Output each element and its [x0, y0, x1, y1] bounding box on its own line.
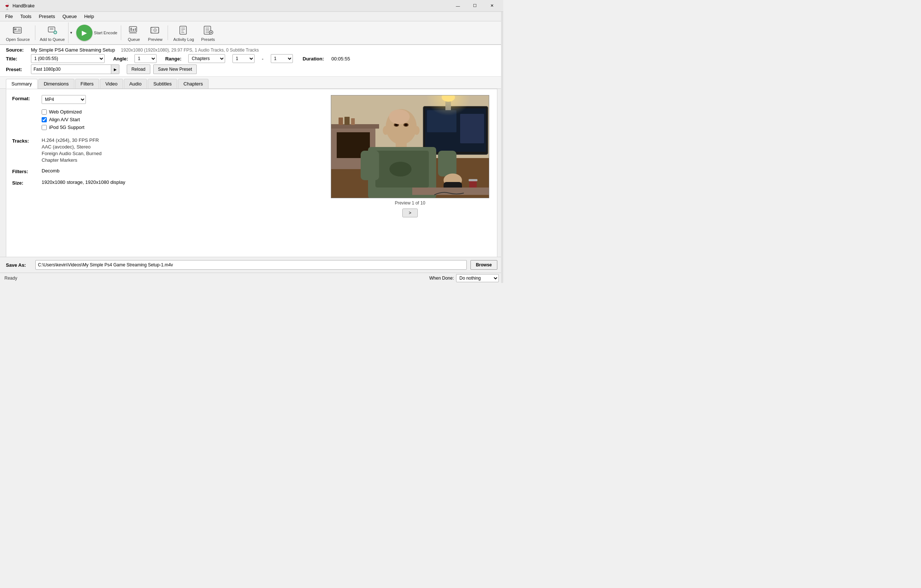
ipod-row: iPod 5G Support [42, 125, 323, 130]
align-av-checkbox[interactable] [42, 117, 47, 122]
web-optimized-label[interactable]: Web Optimized [49, 109, 82, 115]
presets-icon [202, 24, 214, 36]
tab-chapters[interactable]: Chapters [178, 79, 208, 88]
preview-caption: Preview 1 of 10 [395, 200, 425, 205]
maximize-button[interactable]: ☐ [466, 0, 483, 12]
preset-row: Preset: ▶ Reload Save New Preset [6, 65, 497, 74]
svg-rect-6 [13, 29, 15, 30]
browse-button[interactable]: Browse [470, 260, 497, 270]
preview-button[interactable]: Preview [145, 23, 165, 43]
ipod-checkbox[interactable] [42, 125, 47, 130]
add-to-queue-label: Add to Queue [40, 37, 65, 42]
open-source-button[interactable]: Open Source [3, 23, 33, 43]
statusbar: Ready When Done: Do nothing Shutdown Sus… [0, 273, 503, 283]
web-optimized-row: Web Optimized [42, 109, 323, 115]
range-from-select[interactable]: 1 [233, 54, 255, 63]
minimize-button[interactable]: — [449, 0, 466, 12]
svg-rect-62 [438, 151, 456, 176]
svg-rect-18 [135, 28, 136, 31]
tracks-label: Tracks: [12, 137, 42, 144]
preset-input-wrap: ▶ [31, 65, 119, 74]
svg-rect-27 [158, 31, 159, 31]
activity-log-button[interactable]: Activity Log [170, 23, 197, 43]
svg-rect-25 [158, 28, 159, 28]
options-spacer [12, 109, 42, 110]
add-to-queue-button[interactable]: Add to Queue ▼ [37, 23, 74, 43]
app-title: HandBrake [13, 3, 449, 8]
svg-rect-16 [130, 28, 132, 31]
tab-summary[interactable]: Summary [6, 79, 37, 89]
menu-tools[interactable]: Tools [16, 13, 35, 20]
when-done-select[interactable]: Do nothing Shutdown Suspend Hibernate Qu… [456, 274, 499, 282]
size-row: Size: 1920x1080 storage, 1920x1080 displ… [12, 179, 323, 186]
format-row: Format: MP4 MKV WebM [12, 95, 323, 104]
start-encode-button[interactable]: ▶ [76, 25, 93, 41]
title-select[interactable]: 1 (00:05:55) [31, 54, 105, 63]
preview-next-button[interactable]: > [402, 208, 417, 217]
svg-rect-80 [351, 118, 355, 125]
preset-input[interactable] [31, 67, 111, 72]
format-select[interactable]: MP4 MKV WebM [42, 95, 86, 104]
tab-dimensions[interactable]: Dimensions [38, 79, 75, 88]
duration-label: Duration: [303, 56, 329, 62]
scrollbar[interactable] [501, 12, 503, 283]
svg-rect-76 [469, 179, 477, 181]
range-to-select[interactable]: 1 [271, 54, 293, 63]
track-3: Foreign Audio Scan, Burned [42, 151, 323, 156]
menu-queue[interactable]: Queue [59, 13, 80, 20]
close-button[interactable]: ✕ [483, 0, 500, 12]
title-row: Title: 1 (00:05:55) Angle: 1 Range: Chap… [6, 54, 497, 63]
svg-point-69 [389, 109, 410, 124]
main-tabs: Summary Dimensions Filters Video Audio S… [0, 77, 503, 89]
source-row: Source: My Simple PS4 Game Streaming Set… [6, 47, 497, 53]
tab-audio[interactable]: Audio [124, 79, 147, 88]
menu-help[interactable]: Help [80, 13, 98, 20]
source-area: Source: My Simple PS4 Game Streaming Set… [0, 45, 503, 77]
preset-arrow-button[interactable]: ▶ [111, 65, 119, 74]
status-text: Ready [5, 275, 17, 281]
play-icon: ▶ [82, 29, 87, 37]
save-new-preset-button[interactable]: Save New Preset [153, 65, 197, 74]
duration-value: 00:05:55 [332, 56, 350, 62]
when-done-wrap: When Done: Do nothing Shutdown Suspend H… [429, 274, 499, 282]
ipod-label[interactable]: iPod 5G Support [49, 125, 85, 130]
options-field: Web Optimized Align A/V Start iPod 5G Su… [42, 109, 323, 132]
tab-video[interactable]: Video [100, 79, 123, 88]
open-source-icon [12, 24, 24, 36]
range-label: Range: [165, 56, 185, 62]
svg-rect-79 [345, 117, 350, 125]
svg-rect-61 [361, 151, 379, 180]
tab-filters[interactable]: Filters [75, 79, 99, 88]
menu-file[interactable]: File [2, 13, 16, 20]
size-label: Size: [12, 179, 42, 186]
queue-icon [128, 24, 140, 36]
align-av-label[interactable]: Align A/V Start [49, 117, 80, 122]
save-as-bar: Save As: Browse [0, 257, 503, 273]
web-optimized-checkbox[interactable] [42, 109, 47, 115]
angle-select[interactable]: 1 [135, 54, 156, 63]
track-1: H.264 (x264), 30 FPS PFR [42, 137, 323, 143]
source-name: My Simple PS4 Game Streaming Setup [31, 47, 115, 53]
add-to-queue-icon [46, 24, 58, 36]
queue-button[interactable]: Queue [124, 23, 144, 43]
presets-button[interactable]: Presets [198, 23, 218, 43]
svg-rect-55 [425, 108, 486, 152]
svg-point-30 [155, 29, 156, 31]
add-to-queue-arrow[interactable]: ▼ [68, 23, 74, 43]
svg-rect-17 [133, 29, 134, 31]
toolbar-separator-2 [121, 25, 121, 40]
menu-presets[interactable]: Presets [35, 13, 59, 20]
filters-value: Decomb [42, 168, 323, 174]
filters-row: Filters: Decomb [12, 168, 323, 174]
tab-subtitles[interactable]: Subtitles [148, 79, 177, 88]
format-field: MP4 MKV WebM [42, 95, 323, 104]
when-done-label: When Done: [429, 275, 454, 281]
format-label: Format: [12, 95, 42, 101]
reload-button[interactable]: Reload [127, 65, 150, 74]
add-to-queue-main[interactable]: Add to Queue [37, 23, 67, 43]
content-area: Format: MP4 MKV WebM Web Optimized Align [6, 89, 497, 262]
filters-label: Filters: [12, 168, 42, 174]
svg-rect-26 [158, 29, 159, 30]
save-as-input[interactable] [35, 260, 467, 270]
range-type-select[interactable]: Chapters Seconds Frames [188, 54, 225, 63]
